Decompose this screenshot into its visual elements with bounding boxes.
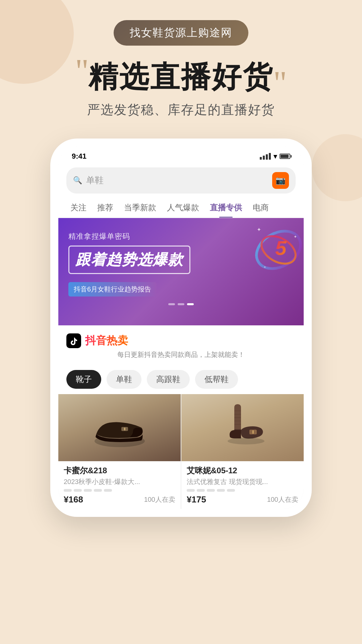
product-card-1[interactable]: 卡蜜尔&218 2023秋季小皮鞋-爆款大... ¥168 100人在卖	[58, 394, 181, 509]
rating-1	[64, 489, 175, 492]
main-title-area: " 精选直播好货 "	[68, 59, 294, 95]
product-sellers-1: 100人在卖	[144, 495, 175, 504]
search-placeholder: 单鞋	[86, 174, 268, 186]
banner-dot-1	[168, 303, 175, 305]
product-footer-1: ¥168 100人在卖	[64, 494, 175, 505]
product-info-1: 卡蜜尔&218 2023秋季小皮鞋-爆款大... ¥168 100人在卖	[58, 461, 181, 509]
search-icon: 🔍	[73, 176, 82, 185]
svg-rect-8	[124, 428, 125, 430]
status-time: 9:41	[72, 152, 86, 161]
subtitle: 严选发货稳、库存足的直播好货	[87, 101, 275, 118]
product-price-1: ¥168	[64, 494, 83, 505]
product-name-2: 艾咪妮&05-12	[187, 465, 298, 476]
hot-section: 抖音热卖 每日更新抖音热卖同款商品，上架就能卖！	[58, 325, 304, 370]
hot-header: 抖音热卖	[66, 333, 296, 348]
product-price-2: ¥175	[187, 494, 206, 505]
page-content: 找女鞋货源上购途网 " 精选直播好货 " 严选发货稳、库存足的直播好货 9:41	[0, 0, 362, 517]
tab-live[interactable]: 直播专供	[204, 198, 247, 218]
product-grid: 卡蜜尔&218 2023秋季小皮鞋-爆款大... ¥168 100人在卖	[58, 394, 304, 509]
product-desc-2: 法式优雅复古 现货现货现...	[187, 477, 298, 486]
product-footer-2: ¥175 100人在卖	[187, 494, 298, 505]
search-input[interactable]: 🔍 单鞋 📷	[66, 167, 296, 194]
banner-dot-3	[187, 303, 194, 305]
svg-point-11	[228, 438, 264, 444]
main-title: 精选直播好货	[88, 59, 274, 95]
product-image-2	[181, 394, 304, 461]
cat-tab-single[interactable]: 单鞋	[107, 370, 141, 389]
product-name-1: 卡蜜尔&218	[64, 465, 175, 476]
banner-sub-text: 抖音6月女鞋行业趋势报告	[68, 282, 157, 297]
signal-icon	[260, 153, 271, 160]
banner-dots	[68, 303, 294, 305]
tab-ecommerce[interactable]: 电商	[247, 198, 274, 218]
battery-icon	[280, 154, 290, 159]
rating-2	[187, 489, 298, 492]
quote-right: "	[273, 74, 287, 91]
tiktok-logo	[66, 333, 81, 348]
product-desc-1: 2023秋季小皮鞋-爆款大...	[64, 477, 175, 486]
cat-tab-boots[interactable]: 靴子	[66, 370, 101, 389]
phone-mockup: 9:41 ▾ 🔍 单鞋	[50, 139, 312, 517]
badge-text: 找女鞋货源上购途网	[130, 26, 232, 39]
product-card-2[interactable]: 艾咪妮&05-12 法式优雅复古 现货现货现... ¥175 100人在卖	[181, 394, 304, 509]
status-icons: ▾	[260, 152, 290, 160]
tab-follow[interactable]: 关注	[65, 198, 92, 218]
cat-tab-heels[interactable]: 高跟鞋	[147, 370, 190, 389]
phone-inner: 9:41 ▾ 🔍 单鞋	[58, 147, 304, 509]
product-sellers-2: 100人在卖	[267, 495, 298, 504]
hot-title: 抖音热卖	[85, 333, 128, 348]
tab-popular[interactable]: 人气爆款	[162, 198, 204, 218]
wifi-icon: ▾	[274, 152, 277, 160]
hot-description: 每日更新抖音热卖同款商品，上架就能卖！	[66, 350, 296, 359]
banner-area: 5 ✦ ✦ ✦ 精准拿捏爆单密码 跟着趋势选爆款 抖音6月女鞋行业趋势报告	[58, 218, 304, 325]
ring-decoration: 5 ✦ ✦ ✦	[250, 221, 304, 278]
svg-text:✦: ✦	[263, 265, 266, 269]
top-badge: 找女鞋货源上购途网	[114, 20, 248, 46]
svg-rect-10	[252, 430, 254, 434]
tab-new[interactable]: 当季新款	[119, 198, 162, 218]
tiktok-icon	[69, 336, 78, 345]
category-tabs: 靴子 单鞋 高跟鞋 低帮鞋	[58, 370, 304, 394]
camera-button[interactable]: 📷	[272, 172, 289, 189]
product-info-2: 艾咪妮&05-12 法式优雅复古 现货现货现... ¥175 100人在卖	[181, 461, 304, 509]
status-bar: 9:41 ▾	[58, 147, 304, 163]
nav-tabs: 关注 推荐 当季新款 人气爆款 直播专供 电商	[58, 198, 304, 218]
svg-text:5: 5	[275, 237, 287, 259]
camera-icon: 📷	[276, 176, 286, 185]
product-image-1	[58, 394, 181, 461]
cat-tab-lowcut[interactable]: 低帮鞋	[195, 370, 238, 389]
svg-text:✦: ✦	[257, 227, 261, 232]
banner-dot-2	[178, 303, 184, 305]
svg-text:✦: ✦	[294, 234, 297, 239]
quote-left: "	[75, 62, 89, 79]
search-bar-container: 🔍 单鞋 📷	[58, 163, 304, 198]
tab-recommend[interactable]: 推荐	[92, 198, 119, 218]
banner-title: 跟着趋势选爆款	[68, 246, 190, 274]
